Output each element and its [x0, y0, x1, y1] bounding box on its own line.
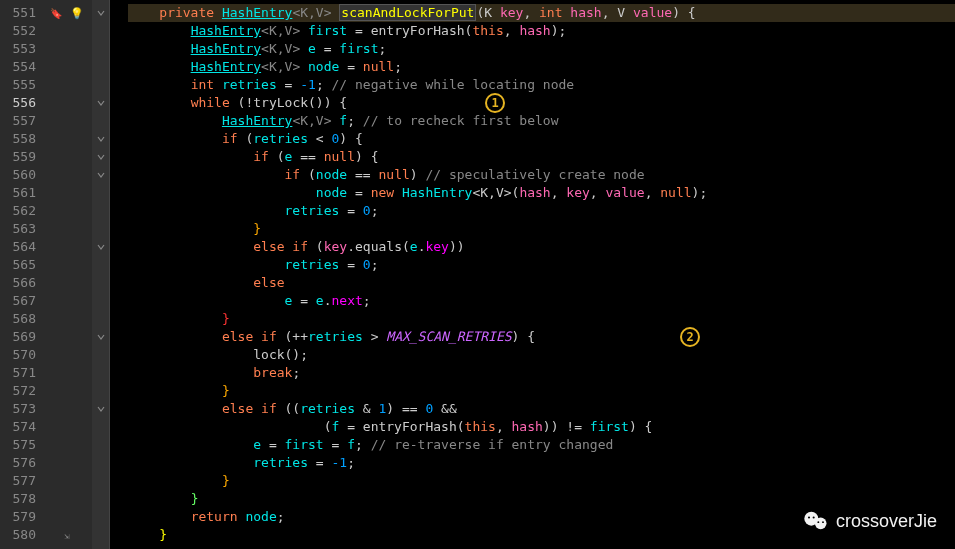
token-op: =	[316, 455, 332, 470]
line-number[interactable]: 568	[0, 310, 36, 328]
token-param: key	[566, 185, 589, 200]
gutter-icon-slot	[42, 472, 92, 490]
code-line[interactable]: node = new HashEntry<K,V>(hash, key, val…	[128, 184, 955, 202]
line-number[interactable]: 570	[0, 346, 36, 364]
code-line[interactable]: HashEntry<K,V> node = null;	[128, 58, 955, 76]
code-line[interactable]: HashEntry<K,V> f; // to recheck first be…	[128, 112, 955, 130]
fold-marker-slot	[92, 472, 109, 490]
fold-toggle-icon[interactable]	[97, 153, 105, 161]
fold-toggle-icon[interactable]	[97, 9, 105, 17]
line-number[interactable]: 557	[0, 112, 36, 130]
code-line[interactable]: }	[128, 490, 955, 508]
code-line[interactable]: (f = entryForHash(this, hash)) != first)…	[128, 418, 955, 436]
line-number[interactable]: 572	[0, 382, 36, 400]
fold-marker-slot	[92, 364, 109, 382]
line-number[interactable]: 560	[0, 166, 36, 184]
line-number[interactable]: 555	[0, 76, 36, 94]
line-number[interactable]: 554	[0, 58, 36, 76]
line-number[interactable]: 579	[0, 508, 36, 526]
token-op: &&	[441, 401, 457, 416]
code-line[interactable]: }	[128, 220, 955, 238]
line-number-gutter[interactable]: 5515525535545555565575585595605615625635…	[0, 0, 42, 549]
code-line[interactable]: retries = 0;	[128, 256, 955, 274]
fold-toggle-icon[interactable]	[97, 243, 105, 251]
token-magenta: key	[425, 239, 448, 254]
token-var: node	[308, 59, 347, 74]
line-number[interactable]: 559	[0, 148, 36, 166]
code-line[interactable]: e = e.next;	[128, 292, 955, 310]
bulb-icon[interactable]: 💡	[70, 7, 84, 20]
code-line[interactable]: HashEntry<K,V> first = entryForHash(this…	[128, 22, 955, 40]
line-number[interactable]: 564	[0, 238, 36, 256]
code-line[interactable]: if (e == null) {	[128, 148, 955, 166]
token-var: first	[308, 23, 355, 38]
token-kw: return	[191, 509, 246, 524]
token-op: lock();	[253, 347, 308, 362]
line-number[interactable]: 561	[0, 184, 36, 202]
token-op: =	[285, 77, 301, 92]
line-number[interactable]: 552	[0, 22, 36, 40]
token-kw: private	[159, 5, 222, 20]
code-line[interactable]: else if (++retries > MAX_SCAN_RETRIES) {	[128, 328, 955, 346]
svg-point-2	[808, 516, 810, 518]
code-line[interactable]: if (retries < 0) {	[128, 130, 955, 148]
code-area[interactable]: private HashEntry<K,V> scanAndLockForPut…	[110, 0, 955, 549]
line-number[interactable]: 567	[0, 292, 36, 310]
token-op: >	[371, 329, 387, 344]
code-line[interactable]: else if ((retries & 1) == 0 &&	[128, 400, 955, 418]
code-line[interactable]: retries = -1;	[128, 454, 955, 472]
code-line[interactable]: lock();	[128, 346, 955, 364]
token-kw: null	[378, 167, 409, 182]
gutter-icon-slot	[42, 508, 92, 526]
code-line[interactable]: break;	[128, 364, 955, 382]
code-editor: 5515525535545555565575585595605615625635…	[0, 0, 955, 549]
code-line[interactable]: else if (key.equals(e.key))	[128, 238, 955, 256]
line-number[interactable]: 576	[0, 454, 36, 472]
line-number[interactable]: 571	[0, 364, 36, 382]
code-line[interactable]: HashEntry<K,V> e = first;	[128, 40, 955, 58]
line-number[interactable]: 563	[0, 220, 36, 238]
line-number[interactable]: 569	[0, 328, 36, 346]
code-line[interactable]: private HashEntry<K,V> scanAndLockForPut…	[128, 4, 955, 22]
gutter-icon-slot	[42, 274, 92, 292]
bookmark-icon[interactable]: 🔖	[50, 8, 62, 19]
token-op: (!tryLock()) {	[238, 95, 348, 110]
line-number[interactable]: 551	[0, 4, 36, 22]
line-number[interactable]: 558	[0, 130, 36, 148]
line-number[interactable]: 553	[0, 40, 36, 58]
token-op: =	[347, 257, 363, 272]
token-op: ) {	[355, 149, 378, 164]
line-number[interactable]: 575	[0, 436, 36, 454]
fold-toggle-icon[interactable]	[97, 333, 105, 341]
line-number[interactable]: 577	[0, 472, 36, 490]
code-line[interactable]: retries = 0;	[128, 202, 955, 220]
fold-toggle-icon[interactable]	[97, 99, 105, 107]
code-line[interactable]: e = first = f; // re-traverse if entry c…	[128, 436, 955, 454]
fold-toggle-icon[interactable]	[97, 171, 105, 179]
token-op: .	[324, 293, 332, 308]
line-number[interactable]: 578	[0, 490, 36, 508]
code-line[interactable]: }	[128, 472, 955, 490]
line-number[interactable]: 556	[0, 94, 36, 112]
fold-toggle-icon[interactable]	[97, 405, 105, 413]
line-number[interactable]: 573	[0, 400, 36, 418]
token-op: ) {	[629, 419, 652, 434]
line-number[interactable]: 562	[0, 202, 36, 220]
collapse-icon[interactable]: ⇲	[64, 531, 69, 541]
code-line[interactable]: }	[128, 310, 955, 328]
line-number[interactable]: 580	[0, 526, 36, 544]
token-var: retries	[222, 77, 285, 92]
token-param: hash	[570, 5, 601, 20]
fold-gutter[interactable]	[92, 0, 110, 549]
code-line[interactable]: else	[128, 274, 955, 292]
gutter-icon-slot	[42, 292, 92, 310]
code-line[interactable]: }	[128, 382, 955, 400]
line-number[interactable]: 574	[0, 418, 36, 436]
line-number[interactable]: 566	[0, 274, 36, 292]
line-number[interactable]: 565	[0, 256, 36, 274]
code-line[interactable]: while (!tryLock()) {	[128, 94, 955, 112]
fold-toggle-icon[interactable]	[97, 135, 105, 143]
code-line[interactable]: int retries = -1; // negative while loca…	[128, 76, 955, 94]
code-line[interactable]: if (node == null) // speculatively creat…	[128, 166, 955, 184]
fold-marker-slot	[92, 418, 109, 436]
